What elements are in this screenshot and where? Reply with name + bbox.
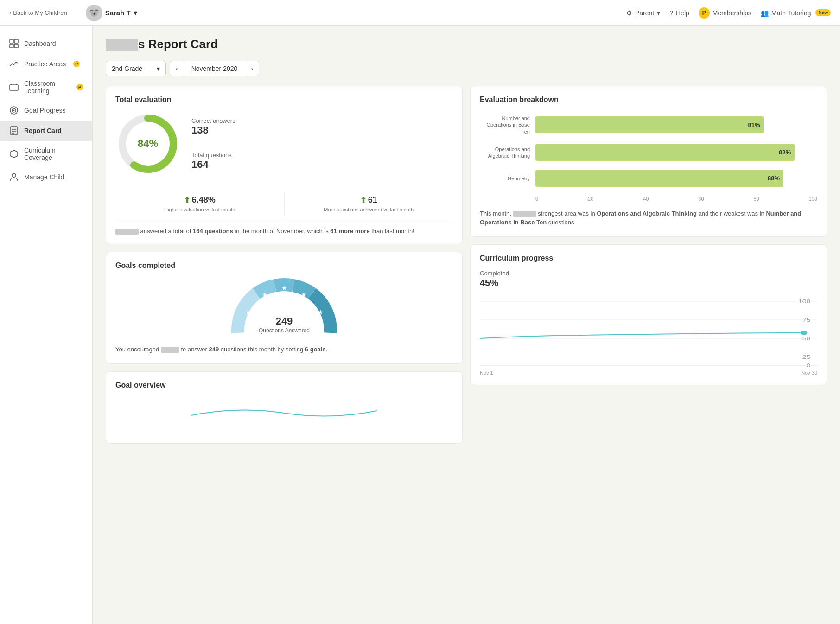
- grade-dropdown[interactable]: 2nd Grade ▾: [106, 61, 166, 76]
- eval-top-section: 84% Correct answers 138 Total questions …: [115, 111, 453, 184]
- bar-track-3: 88%: [535, 170, 817, 187]
- sidebar-item-classroom-learning[interactable]: Classroom Learning P: [0, 74, 92, 100]
- sidebar-item-report-card[interactable]: Report Card: [0, 121, 92, 141]
- stat-divider: [191, 144, 235, 144]
- breakdown-chart: Number and Operations in Base Ten 81% Op…: [480, 111, 817, 205]
- curriculum-percentage: 45%: [480, 278, 817, 288]
- memberships-icon: P: [699, 7, 710, 19]
- help-label: Help: [676, 9, 689, 17]
- chart-icon: [9, 59, 19, 69]
- child-name-redacted-1: [115, 229, 139, 235]
- dashboard-icon: [9, 39, 19, 48]
- user-name: Sarah T: [105, 9, 131, 17]
- svg-rect-0: [10, 39, 13, 43]
- page-title: s Report Card: [106, 37, 827, 51]
- memberships-button[interactable]: P Memberships: [699, 7, 751, 19]
- axis-80: 80: [753, 196, 759, 202]
- goal-overview-chart: [115, 397, 453, 434]
- eval-bottom-section: ⬆ 6.48% Higher evaluation vs last month …: [115, 191, 453, 216]
- main-content: s Report Card 2nd Grade ▾ ‹ November 202…: [93, 26, 840, 624]
- more-questions-label: More questions answered vs last month: [324, 207, 414, 212]
- goals-completed-card: Goals completed: [106, 252, 463, 364]
- left-column: Total evaluation 84% Correct answers: [106, 86, 463, 444]
- correct-answers-stat: Correct answers 138: [191, 117, 235, 136]
- total-questions-bold: 164 questions: [193, 228, 233, 235]
- memberships-label: Memberships: [713, 9, 751, 17]
- svg-rect-1: [14, 39, 18, 43]
- more-questions-metric: ⬆ 61 More questions answered vs last mon…: [284, 191, 453, 216]
- semicircle-container: ★ ★ ★ ★ ★ 249 Questions Answered: [229, 277, 340, 337]
- curriculum-icon: [9, 149, 19, 159]
- prev-month-button[interactable]: ‹: [170, 61, 184, 76]
- goals-questions-bold: 249: [209, 346, 219, 353]
- goals-completed-title: Goals completed: [115, 261, 453, 270]
- up-arrow-icon-2: ⬆: [360, 196, 366, 204]
- parent-menu[interactable]: ⚙ Parent ▾: [626, 9, 660, 17]
- right-column: Evaluation breakdown Number and Operatio…: [470, 86, 827, 444]
- person-icon: [9, 172, 19, 182]
- math-tutoring-label: Math Tutoring: [771, 9, 811, 17]
- help-icon: ?: [669, 9, 673, 17]
- bar-value-3: 88%: [768, 175, 780, 182]
- sidebar-item-dashboard[interactable]: Dashboard: [0, 33, 92, 54]
- svg-text:75: 75: [802, 317, 811, 323]
- user-selector[interactable]: 🐨 Sarah T ▾: [86, 5, 137, 21]
- premium-dot-practice: P: [73, 61, 80, 67]
- content-grid: Total evaluation 84% Correct answers: [106, 86, 827, 444]
- sidebar-item-label: Report Card: [24, 127, 62, 134]
- correct-answers-value: 138: [191, 124, 235, 136]
- strongest-area: Operations and Algebraic Thinking: [597, 210, 697, 217]
- svg-text:★: ★: [245, 308, 251, 316]
- total-evaluation-card: Total evaluation 84% Correct answers: [106, 86, 463, 244]
- grade-dropdown-icon: ▾: [157, 65, 160, 72]
- curriculum-line-chart: 100 75 50 25 0: [480, 294, 817, 368]
- x-label-start: Nov 1: [480, 370, 493, 376]
- child-name-redacted-3: [513, 211, 536, 217]
- goal-overview-card: Goal overview: [106, 371, 463, 444]
- bar-row-3: Geometry 88%: [480, 170, 817, 187]
- donut-percentage: 84%: [138, 138, 158, 150]
- filter-controls: 2nd Grade ▾ ‹ November 2020 ›: [106, 61, 827, 76]
- goals-questions-number: 249: [259, 315, 310, 327]
- grade-value: 2nd Grade: [112, 65, 142, 72]
- curriculum-progress-card: Curriculum progress Completed 45% 100: [470, 244, 827, 385]
- svg-text:100: 100: [798, 299, 811, 304]
- bar-row-2: Operations and Algebraic Thinking 92%: [480, 144, 817, 161]
- evaluation-breakdown-title: Evaluation breakdown: [480, 96, 817, 104]
- back-to-children-link[interactable]: ‹ Back to My Children: [9, 9, 67, 16]
- svg-text:★: ★: [301, 291, 307, 298]
- bar-track-2: 92%: [535, 144, 817, 161]
- more-questions-bold: 61 more more: [330, 228, 369, 235]
- sidebar-item-label: Goal Progress: [24, 107, 65, 114]
- math-tutoring-icon: 👥: [761, 9, 769, 17]
- sidebar-item-practice-areas[interactable]: Practice Areas P: [0, 54, 92, 74]
- sidebar-item-curriculum-coverage[interactable]: Curriculum Coverage: [0, 141, 92, 167]
- curriculum-progress-title: Curriculum progress: [480, 254, 817, 262]
- axis-40: 40: [643, 196, 649, 202]
- axis-0: 0: [535, 196, 538, 202]
- math-tutoring-button[interactable]: 👥 Math Tutoring New: [761, 9, 831, 17]
- top-navigation: ‹ Back to My Children 🐨 Sarah T ▾ ⚙ Pare…: [0, 0, 840, 26]
- eval-stats: Correct answers 138 Total questions 164: [191, 117, 235, 171]
- svg-rect-4: [10, 85, 18, 90]
- svg-text:★: ★: [262, 291, 268, 298]
- goals-note: You encouraged to answer 249 questions t…: [115, 345, 453, 354]
- chart-x-labels: Nov 1 Nov 30: [480, 370, 817, 376]
- help-button[interactable]: ? Help: [669, 9, 689, 17]
- sidebar: Dashboard Practice Areas P Classroom Lea…: [0, 26, 93, 624]
- bar-fill-1: 81%: [535, 116, 764, 133]
- parent-icon: ⚙: [626, 9, 632, 17]
- next-month-button[interactable]: ›: [245, 61, 259, 76]
- axis-labels-row: 0 20 40 60 80 100: [535, 196, 817, 202]
- sidebar-item-goal-progress[interactable]: Goal Progress: [0, 100, 92, 121]
- evaluation-breakdown-card: Evaluation breakdown Number and Operatio…: [470, 86, 827, 237]
- x-label-end: Nov 30: [801, 370, 817, 376]
- svg-point-14: [12, 173, 16, 177]
- sidebar-item-label: Curriculum Coverage: [24, 146, 83, 161]
- svg-text:0: 0: [807, 363, 811, 368]
- bar-value-2: 92%: [779, 149, 791, 156]
- sidebar-item-label: Classroom Learning: [24, 80, 69, 95]
- donut-chart: 84%: [115, 111, 180, 176]
- sidebar-item-manage-child[interactable]: Manage Child: [0, 167, 92, 187]
- back-link-label: Back to My Children: [13, 9, 67, 16]
